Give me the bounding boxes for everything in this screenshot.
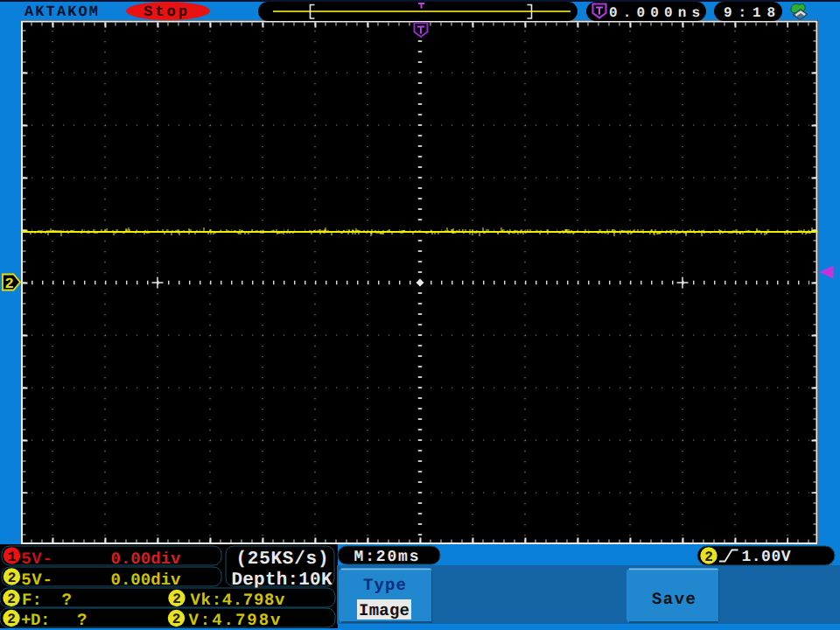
svg-text:2: 2 (704, 550, 713, 565)
svg-text:2: 2 (8, 570, 17, 586)
svg-text:2: 2 (7, 612, 16, 627)
svg-text:1.00V: 1.00V (742, 549, 791, 566)
svg-text:2: 2 (172, 592, 181, 607)
svg-text:2: 2 (7, 592, 16, 607)
svg-text:(25KS/s): (25KS/s) (236, 550, 329, 570)
svg-text:Type: Type (363, 576, 406, 595)
svg-text:V:4.798v: V:4.798v (189, 611, 282, 630)
svg-text:0.00div: 0.00div (111, 570, 182, 590)
svg-text:AKTAKOM: AKTAKOM (24, 4, 98, 21)
svg-text:1: 1 (8, 550, 17, 565)
svg-text:F:: F: (22, 591, 42, 610)
svg-text:Image: Image (359, 601, 410, 620)
svg-text:5V-: 5V- (21, 550, 52, 569)
svg-text:Save: Save (652, 590, 696, 609)
svg-text:2: 2 (172, 612, 181, 627)
svg-text:Vk:4.798v: Vk:4.798v (191, 591, 286, 610)
svg-text:0.00div: 0.00div (111, 550, 182, 569)
svg-text:?: ? (77, 611, 87, 630)
svg-text:5V-: 5V- (21, 570, 52, 590)
svg-text:?: ? (62, 591, 72, 610)
svg-text:2: 2 (4, 276, 13, 293)
svg-text:+D:: +D: (21, 611, 51, 630)
